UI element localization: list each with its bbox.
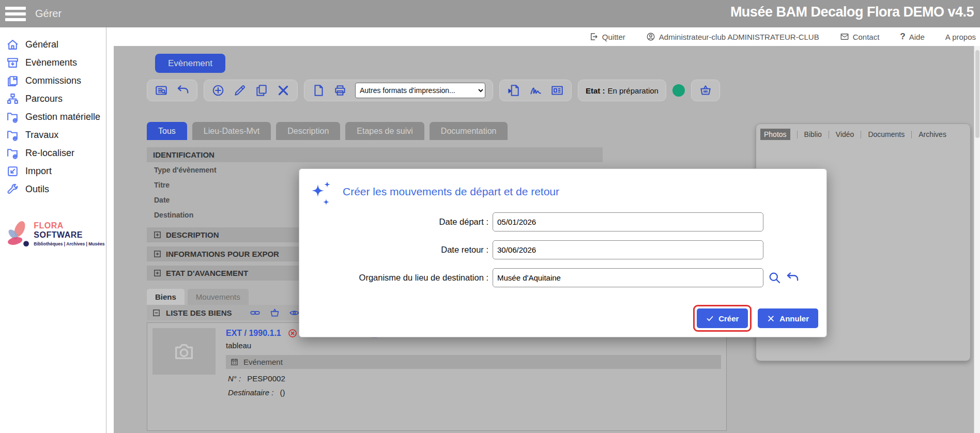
sidebar-item-label: Import [25, 166, 52, 177]
section-label: INFORMATIONS POUR EXPOR [166, 250, 279, 258]
list-search-icon[interactable] [155, 84, 168, 97]
flora-software-logo: FLORA SOFTWARE Bibliothèques | Archives … [0, 216, 106, 251]
sidebar-item-travaux[interactable]: Travaux [0, 126, 106, 144]
add-icon[interactable] [211, 84, 225, 97]
home-icon [6, 38, 19, 51]
undo-icon[interactable] [176, 84, 190, 97]
contact-link[interactable]: Contact [840, 32, 880, 41]
logo-brand-software: SOFTWARE [34, 230, 83, 239]
about-label: A propos [945, 33, 976, 41]
folder-globe-icon [6, 129, 19, 142]
toolbar-group-print: Autres formats d'impression... [304, 80, 493, 101]
link-icon[interactable] [250, 307, 261, 318]
etat-label: Etat : [586, 86, 605, 95]
organisme-row: Organisme du lieu de destination : [299, 268, 826, 287]
signature-icon[interactable] [529, 84, 542, 97]
organisme-input[interactable] [493, 268, 763, 287]
print-format-select[interactable]: Autres formats d'impression... [355, 83, 485, 98]
date-depart-input[interactable] [493, 212, 763, 231]
tab-archives[interactable]: Archives [918, 130, 946, 138]
scrollbar-thumb[interactable] [975, 50, 979, 138]
expand-plus-icon[interactable] [153, 269, 162, 277]
date-retour-label: Date retour : [299, 245, 493, 255]
bien-ref-link[interactable]: EXT / 1990.1.1 [226, 329, 281, 338]
sidebar-item-label: Re-localiser [25, 148, 74, 159]
dialog-title: Créer les mouvements de départ et de ret… [343, 185, 559, 198]
tab-video[interactable]: Vidéo [836, 130, 854, 138]
sidebar-item-import[interactable]: Import [0, 162, 106, 180]
tab-biens[interactable]: Biens [147, 289, 185, 305]
create-movements-dialog: Créer les mouvements de départ et de ret… [299, 168, 827, 337]
sidebar-item-outils[interactable]: Outils [0, 180, 106, 198]
user-label: Administrateur-club ADMINISTRATEUR-CLUB [659, 33, 819, 41]
sidebar-item-parcours[interactable]: Parcours [0, 90, 106, 108]
user-icon [646, 32, 655, 41]
tab-mouvements[interactable]: Mouvements [188, 289, 249, 305]
tab-description[interactable]: Description [276, 122, 340, 140]
num-label: N° : [228, 374, 241, 383]
sidebar-item-label: Commissions [25, 75, 81, 86]
tab-separator [797, 131, 798, 138]
section-label: DESCRIPTION [166, 230, 219, 239]
collapse-minus-icon[interactable] [152, 308, 161, 317]
expand-plus-icon[interactable] [153, 250, 162, 258]
tab-separator [911, 131, 912, 138]
tab-photos[interactable]: Photos [760, 129, 790, 140]
liste-title: LISTE DES BIENS [166, 308, 232, 317]
delete-icon[interactable] [277, 84, 290, 97]
record-tab-evenement[interactable]: Evènement [155, 54, 225, 73]
sidebar-item-label: Gestion matérielle [25, 112, 100, 122]
tab-documents[interactable]: Documents [868, 130, 905, 138]
sidebar: Général Evènements Commissions Parcours … [0, 27, 106, 433]
camera-icon [172, 339, 196, 363]
scrollbar[interactable] [974, 46, 980, 433]
tab-separator [861, 131, 861, 138]
topbar: Gérer Musée BAM Decalog Flora DEMO v4.5 [0, 0, 980, 27]
flora-flower-icon [3, 216, 32, 251]
print-icon[interactable] [333, 84, 347, 97]
search-icon[interactable] [768, 271, 782, 285]
date-retour-input[interactable] [493, 240, 763, 259]
sidebar-item-evenements[interactable]: Evènements [0, 54, 106, 72]
about-link[interactable]: A propos [945, 33, 976, 41]
tab-biblio[interactable]: Biblio [804, 130, 822, 138]
tab-separator [829, 131, 829, 138]
quit-link[interactable]: Quitter [589, 32, 625, 41]
import-icon [6, 165, 19, 178]
bien-item-card[interactable]: EXT / 1990.1.1 tableau Evénement [147, 322, 727, 431]
tab-lieu-dates-mvt[interactable]: Lieu-Dates-Mvt [192, 122, 271, 140]
toolbar-group-actions [499, 80, 572, 101]
tab-documentation[interactable]: Documentation [430, 122, 508, 140]
copy-icon[interactable] [255, 84, 268, 97]
document-export-icon[interactable] [507, 84, 520, 97]
tab-tous[interactable]: Tous [147, 122, 187, 140]
sidebar-item-commissions[interactable]: Commissions [0, 72, 106, 90]
sidebar-item-label: Général [25, 39, 58, 50]
logo-brand-flora: FLORA [34, 221, 63, 230]
bien-number-row: N° : PESP0002 [226, 374, 721, 383]
expand-plus-icon[interactable] [153, 230, 162, 239]
user-menu[interactable]: Administrateur-club ADMINISTRATEUR-CLUB [646, 32, 819, 41]
destinataire-label: Destinataire : [228, 388, 273, 397]
menu-label[interactable]: Gérer [35, 8, 62, 20]
eye-icon[interactable] [289, 307, 300, 318]
edit-icon[interactable] [233, 84, 247, 97]
remove-circle-icon[interactable] [287, 328, 298, 338]
undo-icon[interactable] [786, 271, 800, 285]
new-document-icon[interactable] [312, 84, 325, 97]
cancel-button[interactable]: Annuler [758, 308, 818, 328]
sidebar-item-gestion-materielle[interactable]: Gestion matérielle [0, 108, 106, 126]
logo-tagline: Bibliothèques | Archives | Musées [34, 241, 106, 246]
dialog-form: Date départ : Date retour : Organisme du… [299, 212, 826, 296]
sidebar-item-label: Outils [25, 184, 49, 195]
bien-details: EXT / 1990.1.1 tableau Evénement [226, 328, 721, 397]
sidebar-item-relocaliser[interactable]: Re-localiser [0, 144, 106, 162]
basket-icon[interactable] [269, 307, 280, 318]
report-card-icon[interactable] [550, 84, 564, 97]
sidebar-item-general[interactable]: Général [0, 36, 106, 54]
create-button[interactable]: Créer [697, 308, 748, 328]
basket-icon[interactable] [699, 84, 712, 97]
help-link[interactable]: ? Aide [900, 32, 924, 42]
hamburger-menu-icon[interactable] [5, 7, 26, 21]
tab-etapes-de-suivi[interactable]: Etapes de suivi [345, 122, 424, 140]
